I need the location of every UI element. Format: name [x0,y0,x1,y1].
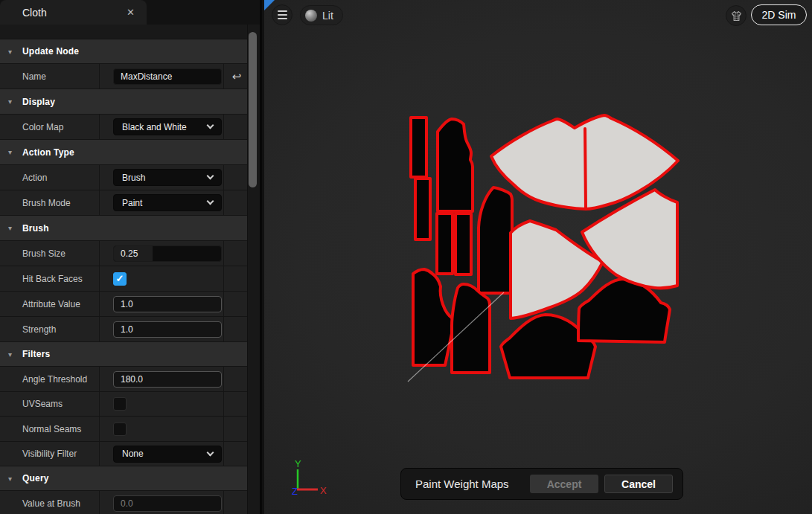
lit-sphere-icon [305,10,317,22]
brush-size-label: Brush Size [22,248,65,259]
tab-cloth[interactable]: Cloth ✕ [0,0,147,25]
row-color-map: Color Map Black and White [0,115,249,140]
color-map-label: Color Map [22,122,63,132]
axis-x-label: X [320,485,327,496]
reset-to-default-icon[interactable]: ↩ [232,70,242,83]
pattern-piece[interactable] [479,187,512,293]
panel-tab-bar: Cloth ✕ [0,0,260,25]
row-uvseams: UVSeams [0,392,249,417]
axis-y-label: Y [295,458,301,469]
attribute-value-label: Attribute Value [22,299,80,309]
hamburger-icon [278,10,287,19]
hit-back-faces-checkbox[interactable]: ✓ [113,272,127,286]
collapse-arrow-icon: ▾ [8,97,19,106]
action-dropdown[interactable]: Brush [113,169,222,186]
tab-title: Cloth [22,7,47,19]
property-rows: ▾ Update Node Name MaxDistance ↩ ▾ Displ… [0,39,249,514]
check-icon: ✓ [116,274,124,283]
pattern-seam-line [585,129,586,208]
normal-seams-label: Normal Seams [22,424,81,434]
value-at-brush-readout: 0.0 [113,495,222,512]
panel-top-spacer [0,25,260,39]
sim-2d-label: 2D Sim [762,9,796,21]
row-strength: Strength 1.0 [0,317,249,342]
collapse-arrow-icon: ▾ [8,224,19,232]
angle-threshold-label: Angle Threshold [22,374,87,385]
value-at-brush-label: Value at Brush [22,498,80,509]
cloth-paint-window: Cloth ✕ ▾ Update Node Name MaxDistance ↩… [0,0,812,514]
collapse-arrow-icon: ▾ [8,48,19,56]
row-action: Action Brush [0,165,249,190]
uvseams-label: UVSeams [22,399,63,409]
viewport-menu-button[interactable] [272,4,292,25]
axis-gizmo: Y Z X [292,458,327,497]
cloth-asset-button[interactable] [726,5,747,26]
section-header-action-type[interactable]: ▾ Action Type [0,140,249,165]
row-attribute-value: Attribute Value 1.0 [0,292,249,317]
name-label: Name [22,71,46,82]
cloth-pattern-canvas[interactable]: Y Z X [264,0,812,514]
chevron-down-icon [207,122,214,129]
row-angle-threshold: Angle Threshold 180.0 [0,367,249,392]
cancel-button[interactable]: Cancel [604,475,673,493]
paint-weight-maps-bar: Paint Weight Maps Accept Cancel [400,468,683,500]
cloth-2d-viewport[interactable]: Y Z X Lit 2D Sim Paint Weight Maps [264,0,812,514]
sim-2d-toggle-button[interactable]: 2D Sim [751,4,807,25]
row-name: Name MaxDistance ↩ [0,64,249,89]
collapse-arrow-icon: ▾ [8,350,19,359]
pattern-piece[interactable] [452,284,490,373]
brush-size-input[interactable]: 0.25 [113,245,222,262]
cloth-panel: Cloth ✕ ▾ Update Node Name MaxDistance ↩… [0,0,262,514]
visibility-filter-dropdown[interactable]: None [113,446,222,463]
row-normal-seams: Normal Seams [0,417,249,442]
pattern-piece[interactable] [413,269,454,365]
row-brush-size: Brush Size 0.25 [0,241,249,266]
pattern-piece[interactable] [437,213,453,274]
brush-mode-dropdown[interactable]: Paint [113,194,222,211]
color-map-dropdown[interactable]: Black and White [113,118,222,135]
row-visibility-filter: Visibility Filter None [0,442,249,466]
collapse-arrow-icon: ▾ [8,148,19,156]
pattern-piece[interactable] [415,179,430,240]
section-header-query[interactable]: ▾ Query [0,466,249,491]
name-input[interactable]: MaxDistance [113,68,222,85]
attribute-value-input[interactable]: 1.0 [113,296,222,312]
section-header-update-node[interactable]: ▾ Update Node [0,39,249,64]
pattern-piece[interactable] [438,119,473,211]
axis-z-label: Z [292,486,298,497]
normal-seams-checkbox[interactable] [113,423,127,436]
visibility-filter-label: Visibility Filter [22,449,77,459]
row-hit-back-faces: Hit Back Faces ✓ [0,266,249,292]
section-header-filters[interactable]: ▾ Filters [0,342,249,367]
pattern-pieces [411,115,678,378]
chevron-down-icon [207,449,214,456]
section-header-brush[interactable]: ▾ Brush [0,216,249,241]
collapse-arrow-icon: ▾ [8,475,19,483]
action-label: Action [22,173,47,183]
view-mode-button[interactable]: Lit [300,5,343,25]
hit-back-faces-label: Hit Back Faces [22,274,83,284]
view-mode-label: Lit [322,10,333,22]
close-icon[interactable]: ✕ [127,7,135,18]
chevron-down-icon [207,173,214,180]
uvseams-checkbox[interactable] [113,397,127,411]
row-value-at-brush: Value at Brush 0.0 [0,491,249,514]
pattern-piece[interactable] [411,118,426,177]
panel-scrollbar-track[interactable] [247,25,260,514]
panel-scrollbar-thumb[interactable] [249,32,257,187]
tshirt-icon [730,10,743,22]
strength-label: Strength [22,324,56,335]
brush-mode-label: Brush Mode [22,198,71,208]
angle-threshold-input[interactable]: 180.0 [113,371,222,388]
pattern-piece[interactable] [455,213,471,274]
paint-weight-maps-label: Paint Weight Maps [415,478,509,490]
strength-input[interactable]: 1.0 [113,321,222,338]
row-brush-mode: Brush Mode Paint [0,190,249,216]
section-header-display[interactable]: ▾ Display [0,89,249,115]
chevron-down-icon [207,198,214,205]
accept-button[interactable]: Accept [530,475,598,493]
